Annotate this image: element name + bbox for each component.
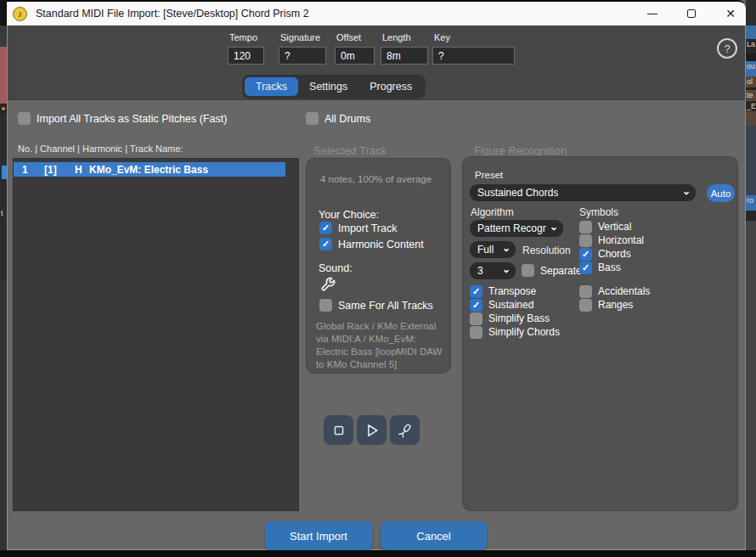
transpose-label: Transpose <box>488 285 536 297</box>
same-for-all-checkbox[interactable]: ✓ <box>319 299 332 312</box>
routing-description: Global Rack / KMo External via MIDI:A / … <box>316 320 447 371</box>
vertical-label: Vertical <box>598 221 631 233</box>
key-field-group: Key <box>432 32 515 65</box>
cancel-button[interactable]: Cancel <box>381 521 487 550</box>
close-icon: ✕ <box>725 8 736 20</box>
simplify-chords-label: Simplify Chords <box>488 326 560 338</box>
offset-field-group: Offset <box>335 32 375 65</box>
recognition-options-column: ✓ Transpose ✓ Sustained ✓ Simplify Bass … <box>470 284 560 339</box>
chevron-down-icon: ⌄ <box>502 242 511 254</box>
maximize-icon <box>687 9 696 18</box>
chevron-down-icon: ⌄ <box>550 221 558 233</box>
preset-dropdown[interactable]: Sustained Chords ⌄ <box>470 184 696 201</box>
play-button[interactable] <box>357 415 386 445</box>
close-button[interactable]: ✕ <box>714 2 748 25</box>
symbols-column: ✓ Vertical ✓ Horizontal ✓ Chords ✓ Bass <box>579 220 644 274</box>
algorithm-value: Pattern Recogniti <box>477 222 546 234</box>
tab-tracks[interactable]: Tracks <box>245 77 298 96</box>
tempo-label: Tempo <box>229 32 264 42</box>
simplify-chords-option[interactable]: ✓ Simplify Chords <box>470 325 560 339</box>
import-all-static-option[interactable]: ✓ Import All Tracks as Static Pitches (F… <box>18 112 227 125</box>
horizontal-option[interactable]: ✓ Horizontal <box>579 233 644 247</box>
separate-option[interactable]: ✓ Separate <box>522 264 582 277</box>
help-button[interactable]: ? <box>717 38 737 59</box>
import-track-option[interactable]: ✓ Import Track <box>319 222 397 234</box>
transpose-option[interactable]: ✓ Transpose <box>470 284 560 298</box>
minimize-button[interactable] <box>635 2 669 25</box>
simplify-chords-checkbox[interactable]: ✓ <box>470 326 482 339</box>
edge-orange-dot <box>2 107 5 110</box>
edge-text-fragment: te <box>746 90 756 101</box>
sound-label: Sound: <box>319 262 353 274</box>
edge-red-block <box>0 47 7 104</box>
track-row-selected[interactable]: 1 [1] H KMo_EvM: Electric Bass <box>14 162 285 177</box>
vertical-option[interactable]: ✓ Vertical <box>579 220 644 233</box>
start-import-button[interactable]: Start Import <box>265 521 372 550</box>
horizontal-checkbox[interactable]: ✓ <box>579 234 592 247</box>
vertical-checkbox[interactable]: ✓ <box>579 221 592 233</box>
harmonic-content-checkbox[interactable]: ✓ <box>319 238 332 250</box>
chords-checkbox[interactable]: ✓ <box>579 248 592 261</box>
all-drums-label: All Drums <box>324 113 370 125</box>
same-for-all-option[interactable]: ✓ Same For All Tracks <box>319 299 433 312</box>
sustained-checkbox[interactable]: ✓ <box>470 299 482 312</box>
edge-text-fragment: ou <box>746 61 756 72</box>
window-title: Standard MIDI File Import: [Steve/Deskto… <box>36 8 309 20</box>
sustained-label: Sustained <box>488 299 533 311</box>
accidentals-checkbox[interactable]: ✓ <box>579 285 592 298</box>
transpose-checkbox[interactable]: ✓ <box>470 285 482 298</box>
background-app-edge-left: t <box>0 0 7 557</box>
import-track-label: Import Track <box>338 222 397 234</box>
depth-dropdown[interactable]: 3 ⌄ <box>470 262 516 279</box>
bass-checkbox[interactable]: ✓ <box>579 262 592 274</box>
accidentals-option[interactable]: ✓ Accidentals <box>579 284 650 298</box>
tempo-input[interactable] <box>228 47 264 65</box>
track-list[interactable]: 1 [1] H KMo_EvM: Electric Bass <box>13 158 299 511</box>
all-drums-option[interactable]: ✓ All Drums <box>306 112 370 125</box>
auto-button[interactable]: Auto <box>707 184 735 202</box>
import-track-checkbox[interactable]: ✓ <box>319 222 332 234</box>
simplify-bass-checkbox[interactable]: ✓ <box>470 312 482 325</box>
all-drums-checkbox[interactable]: ✓ <box>306 112 319 125</box>
simplify-bass-option[interactable]: ✓ Simplify Bass <box>470 312 560 325</box>
selected-track-panel: 4 notes, 100% of average Your Choice: ✓ … <box>306 158 451 374</box>
simplify-bass-label: Simplify Bass <box>488 312 550 324</box>
play-icon <box>364 422 381 439</box>
signature-label: Signature <box>280 32 326 42</box>
algorithm-dropdown[interactable]: Pattern Recogniti ⌄ <box>470 220 563 237</box>
sustained-option[interactable]: ✓ Sustained <box>470 298 560 312</box>
import-all-static-checkbox[interactable]: ✓ <box>18 112 31 125</box>
tempo-field-group: Tempo <box>228 32 264 65</box>
tracks-tab-content: ✓ Import All Tracks as Static Pitches (F… <box>7 100 746 550</box>
chords-option[interactable]: ✓ Chords <box>579 247 644 261</box>
title-bar[interactable]: ♪ Standard MIDI File Import: [Steve/Desk… <box>7 0 746 25</box>
tab-settings[interactable]: Settings <box>298 77 358 96</box>
preset-label: Preset <box>475 170 503 180</box>
ranges-option[interactable]: ✓ Ranges <box>579 298 650 312</box>
resolution-dropdown[interactable]: Full ⌄ <box>470 241 516 258</box>
offset-input[interactable] <box>335 47 375 65</box>
tab-progress[interactable]: Progress <box>358 77 423 96</box>
length-input[interactable] <box>381 47 428 65</box>
edge-text-fragment: _E <box>746 101 756 111</box>
edge-text-fragment: t <box>0 208 3 219</box>
selected-track-title: Selected Track <box>313 144 386 157</box>
stop-button[interactable] <box>324 415 353 445</box>
maximize-button[interactable] <box>674 2 708 25</box>
ranges-checkbox[interactable]: ✓ <box>579 299 592 312</box>
ranges-label: Ranges <box>598 299 633 311</box>
extras-column: ✓ Accidentals ✓ Ranges <box>579 284 650 312</box>
separate-checkbox[interactable]: ✓ <box>522 264 534 277</box>
signature-input[interactable] <box>279 47 326 65</box>
your-choice-label: Your Choice: <box>319 209 379 221</box>
symbols-label: Symbols <box>579 206 618 218</box>
record-mic-button[interactable] <box>390 415 420 445</box>
screen-bottom-edge <box>0 550 756 557</box>
stop-icon <box>330 422 347 439</box>
wrench-icon[interactable] <box>319 276 336 293</box>
key-input[interactable] <box>432 47 515 65</box>
track-harmonic-flag: H <box>75 164 82 176</box>
harmonic-content-option[interactable]: ✓ Harmonic Content <box>319 238 424 250</box>
bass-option[interactable]: ✓ Bass <box>579 261 644 274</box>
figure-recognition-title: Figure Recognition <box>474 144 567 157</box>
